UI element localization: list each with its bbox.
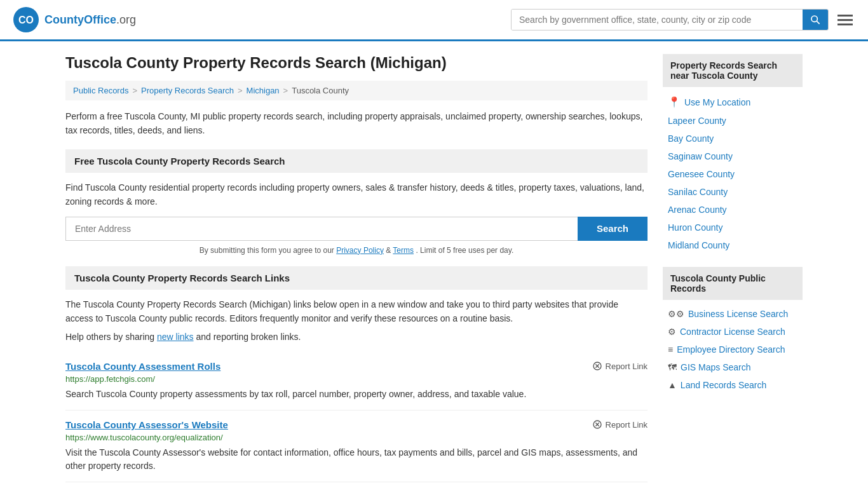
free-search-heading: Free Tuscola County Property Records Sea… bbox=[65, 149, 648, 173]
gear-icon: ⚙ bbox=[668, 327, 676, 337]
saginaw-county-link[interactable]: Saginaw County bbox=[668, 151, 733, 161]
link-card-assessment: Tuscola County Assessment Rolls Report L… bbox=[65, 352, 648, 410]
links-description: The Tuscola County Property Records Sear… bbox=[65, 297, 648, 326]
links-section: Tuscola County Property Records Search L… bbox=[65, 266, 648, 483]
link-card-url-2: https://www.tuscolacounty.org/equalizati… bbox=[65, 433, 648, 442]
breadcrumb-sep-3: > bbox=[283, 86, 288, 95]
employee-directory-search-link[interactable]: Employee Directory Search bbox=[677, 344, 785, 355]
sidebar-item-genesee[interactable]: Genesee County bbox=[663, 165, 803, 183]
header: CO CountyOffice.org bbox=[0, 0, 868, 41]
sidebar-item-land-records[interactable]: ▲ Land Records Search bbox=[663, 376, 803, 394]
map-icon: 🗺 bbox=[668, 362, 677, 372]
page-title: Tuscola County Property Records Search (… bbox=[65, 54, 648, 72]
new-links-link[interactable]: new links bbox=[157, 332, 194, 342]
huron-county-link[interactable]: Huron County bbox=[668, 222, 722, 233]
list-icon: ≡ bbox=[668, 344, 673, 355]
breadcrumb-sep-1: > bbox=[132, 86, 137, 95]
svg-point-2 bbox=[811, 16, 817, 22]
breadcrumb-current: Tuscola County bbox=[292, 86, 349, 95]
sidebar-item-gis-maps[interactable]: 🗺 GIS Maps Search bbox=[663, 358, 803, 376]
gis-maps-search-link[interactable]: GIS Maps Search bbox=[681, 362, 751, 372]
report-icon-2 bbox=[592, 419, 602, 430]
use-my-location[interactable]: 📍 Use My Location bbox=[663, 92, 803, 112]
link-card-title-1[interactable]: Tuscola County Assessment Rolls bbox=[65, 361, 220, 372]
sidebar-item-midland[interactable]: Midland County bbox=[663, 236, 803, 254]
lapeer-county-link[interactable]: Lapeer County bbox=[668, 116, 726, 126]
links-section-heading: Tuscola County Property Records Search L… bbox=[65, 266, 648, 290]
business-license-search-link[interactable]: Business License Search bbox=[688, 309, 788, 319]
sidebar-item-arenac[interactable]: Arenac County bbox=[663, 201, 803, 219]
link-card-header-2: Tuscola County Assessor's Website Report… bbox=[65, 419, 648, 430]
form-disclaimer: By submitting this form you agree to our… bbox=[65, 246, 648, 255]
breadcrumb-property-records-search[interactable]: Property Records Search bbox=[141, 86, 234, 95]
share-links-text: Help others by sharing new links and rep… bbox=[65, 332, 648, 342]
svg-text:CO: CO bbox=[18, 15, 34, 25]
address-form: Search bbox=[65, 217, 648, 241]
use-my-location-link[interactable]: Use My Location bbox=[684, 97, 750, 107]
main-container: Tuscola County Property Records Search (… bbox=[53, 41, 815, 488]
triangle-icon: ▲ bbox=[668, 380, 677, 390]
link-card-title-2[interactable]: Tuscola County Assessor's Website bbox=[65, 419, 228, 430]
sidebar-item-lapeer[interactable]: Lapeer County bbox=[663, 112, 803, 130]
sidebar: Property Records Search near Tuscola Cou… bbox=[663, 54, 803, 488]
report-link-btn-2[interactable]: Report Link bbox=[592, 419, 648, 430]
search-button[interactable]: Search bbox=[578, 217, 648, 241]
public-records-title: Tuscola County Public Records bbox=[663, 267, 803, 300]
contractor-license-search-link[interactable]: Contractor License Search bbox=[680, 327, 785, 337]
hamburger-line-3 bbox=[837, 24, 853, 25]
hamburger-line-2 bbox=[837, 19, 853, 21]
gear-double-icon: ⚙⚙ bbox=[668, 309, 684, 319]
link-card-url-1: https://app.fetchgis.com/ bbox=[65, 374, 648, 384]
genesee-county-link[interactable]: Genesee County bbox=[668, 169, 735, 179]
logo-area: CO CountyOffice.org bbox=[13, 6, 136, 33]
breadcrumb: Public Records > Property Records Search… bbox=[65, 81, 648, 100]
midland-county-link[interactable]: Midland County bbox=[668, 240, 729, 250]
nearby-section-title: Property Records Search near Tuscola Cou… bbox=[663, 54, 803, 87]
page-description: Perform a free Tuscola County, MI public… bbox=[65, 109, 648, 138]
terms-link[interactable]: Terms bbox=[393, 246, 414, 255]
link-card-desc-2: Visit the Tuscola County Assessor's webs… bbox=[65, 446, 648, 473]
sidebar-item-saginaw[interactable]: Saginaw County bbox=[663, 147, 803, 165]
logo-icon: CO bbox=[13, 6, 39, 33]
svg-line-3 bbox=[817, 21, 819, 24]
content-area: Tuscola County Property Records Search (… bbox=[65, 54, 648, 488]
free-search-section: Free Tuscola County Property Records Sea… bbox=[65, 149, 648, 255]
link-card-desc-1: Search Tuscola County property assessmen… bbox=[65, 388, 648, 401]
header-search-button[interactable] bbox=[803, 10, 828, 30]
hamburger-menu-button[interactable] bbox=[835, 12, 855, 28]
privacy-policy-link[interactable]: Privacy Policy bbox=[336, 246, 384, 255]
public-records-section: Tuscola County Public Records ⚙⚙ Busines… bbox=[663, 267, 803, 394]
breadcrumb-michigan[interactable]: Michigan bbox=[247, 86, 280, 95]
location-icon: 📍 bbox=[668, 96, 681, 108]
hamburger-line-1 bbox=[837, 15, 853, 17]
sidebar-item-bay[interactable]: Bay County bbox=[663, 130, 803, 147]
sidebar-item-sanilac[interactable]: Sanilac County bbox=[663, 183, 803, 201]
link-card-header-1: Tuscola County Assessment Rolls Report L… bbox=[65, 361, 648, 372]
address-input[interactable] bbox=[65, 217, 578, 241]
land-records-search-link[interactable]: Land Records Search bbox=[681, 380, 766, 390]
search-icon bbox=[810, 15, 820, 25]
report-link-btn-1[interactable]: Report Link bbox=[592, 361, 648, 371]
sidebar-item-huron[interactable]: Huron County bbox=[663, 219, 803, 236]
sidebar-item-employee-directory[interactable]: ≡ Employee Directory Search bbox=[663, 341, 803, 358]
sidebar-item-business-license[interactable]: ⚙⚙ Business License Search bbox=[663, 305, 803, 323]
free-search-description: Find Tuscola County residential property… bbox=[65, 180, 648, 209]
arenac-county-link[interactable]: Arenac County bbox=[668, 205, 727, 215]
link-card-assessor: Tuscola County Assessor's Website Report… bbox=[65, 410, 648, 482]
header-search-input[interactable] bbox=[512, 10, 803, 30]
logo-text: CountyOffice.org bbox=[44, 13, 136, 27]
breadcrumb-sep-2: > bbox=[238, 86, 243, 95]
nearby-section: Property Records Search near Tuscola Cou… bbox=[663, 54, 803, 254]
sidebar-item-contractor-license[interactable]: ⚙ Contractor License Search bbox=[663, 323, 803, 341]
header-right bbox=[511, 9, 855, 30]
sanilac-county-link[interactable]: Sanilac County bbox=[668, 187, 728, 197]
bay-county-link[interactable]: Bay County bbox=[668, 133, 714, 144]
header-search-container bbox=[511, 9, 829, 30]
report-icon-1 bbox=[592, 361, 602, 371]
breadcrumb-public-records[interactable]: Public Records bbox=[73, 86, 128, 95]
